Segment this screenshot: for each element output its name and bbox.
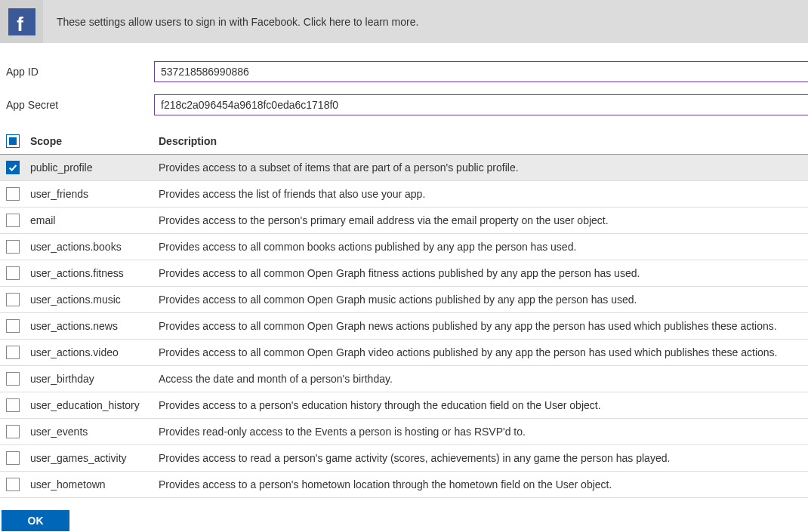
app-id-label: App ID <box>6 66 154 78</box>
facebook-icon: f <box>8 8 35 35</box>
scope-row[interactable]: user_actions.videoProvides access to all… <box>0 340 808 366</box>
banner-text[interactable]: These settings allow users to sign in wi… <box>43 16 418 28</box>
scope-row[interactable]: user_education_historyProvides access to… <box>0 392 808 419</box>
scope-description: Provides access to all common Open Graph… <box>159 267 808 279</box>
scope-description: Provides access to all common Open Graph… <box>159 320 808 332</box>
app-id-input[interactable] <box>154 61 808 82</box>
checkbox-cell <box>6 187 30 201</box>
scope-row[interactable]: user_games_activityProvides access to re… <box>0 445 808 472</box>
checkbox-cell <box>6 214 30 227</box>
scope-description: Provides access to all common Open Graph… <box>159 346 808 358</box>
scope-row[interactable]: user_eventsProvides read-only access to … <box>0 419 808 445</box>
scope-row[interactable]: user_actions.newsProvides access to all … <box>0 313 808 340</box>
checkbox-cell <box>6 319 30 333</box>
select-all-checkbox[interactable] <box>6 134 20 148</box>
app-secret-input[interactable] <box>154 94 808 115</box>
scope-name: user_events <box>30 426 159 438</box>
scope-row[interactable]: user_actions.fitnessProvides access to a… <box>0 260 808 287</box>
scope-name: user_hometown <box>30 478 159 490</box>
scope-name: user_actions.news <box>30 320 159 332</box>
checkbox-cell <box>6 161 30 174</box>
scope-name: user_actions.books <box>30 241 159 253</box>
scope-name: public_profile <box>30 161 159 174</box>
scope-description: Provides access to the person's primary … <box>159 214 808 226</box>
checkbox-cell <box>6 425 30 438</box>
table-header: Scope Description <box>0 128 808 155</box>
checkbox-cell <box>6 293 30 306</box>
scope-row[interactable]: public_profileProvides access to a subse… <box>0 155 808 181</box>
checkbox-cell <box>6 451 30 465</box>
scope-checkbox[interactable] <box>6 478 20 491</box>
scope-name: email <box>30 214 159 226</box>
scope-description: Provides access to a subset of items tha… <box>159 161 808 174</box>
scope-description: Access the date and month of a person's … <box>159 373 808 385</box>
ok-button[interactable]: OK <box>2 510 69 531</box>
scope-checkbox[interactable] <box>6 451 20 465</box>
scope-checkbox[interactable] <box>6 319 20 333</box>
checkbox-cell <box>6 240 30 254</box>
checkbox-cell <box>6 478 30 491</box>
scope-name: user_education_history <box>30 399 159 411</box>
button-bar: OK <box>0 498 808 531</box>
info-banner: f These settings allow users to sign in … <box>0 0 808 43</box>
scope-description: Provides access to all common Open Graph… <box>159 294 808 306</box>
scope-description: Provides access to a person's hometown l… <box>159 478 808 490</box>
scope-row[interactable]: user_hometownProvides access to a person… <box>0 472 808 498</box>
scope-checkbox[interactable] <box>6 266 20 280</box>
scope-row[interactable]: user_friendsProvides access the list of … <box>0 181 808 208</box>
scope-checkbox[interactable] <box>6 293 20 306</box>
scope-checkbox[interactable] <box>6 161 20 174</box>
app-secret-row: App Secret <box>6 94 808 115</box>
scope-table: Scope Description public_profileProvides… <box>0 128 808 498</box>
scope-name: user_friends <box>30 188 159 200</box>
scope-row[interactable]: user_actions.booksProvides access to all… <box>0 234 808 260</box>
scope-checkbox[interactable] <box>6 240 20 254</box>
app-secret-label: App Secret <box>6 99 154 111</box>
scope-description: Provides access to a person's education … <box>159 399 808 411</box>
facebook-icon-wrap: f <box>0 0 43 43</box>
scope-name: user_actions.video <box>30 346 159 358</box>
select-all-cell <box>6 134 30 148</box>
scope-checkbox[interactable] <box>6 372 20 386</box>
checkbox-cell <box>6 372 30 386</box>
description-column-header[interactable]: Description <box>159 135 808 147</box>
checkbox-cell <box>6 398 30 412</box>
scope-row[interactable]: emailProvides access to the person's pri… <box>0 208 808 234</box>
scope-column-header[interactable]: Scope <box>30 135 159 147</box>
scope-name: user_actions.music <box>30 294 159 306</box>
scope-checkbox[interactable] <box>6 425 20 438</box>
scope-description: Provides access to read a person's game … <box>159 452 808 464</box>
scope-description: Provides read-only access to the Events … <box>159 426 808 438</box>
checkbox-cell <box>6 266 30 280</box>
scope-checkbox[interactable] <box>6 346 20 359</box>
app-id-row: App ID <box>6 61 808 82</box>
form-area: App ID App Secret <box>0 43 808 115</box>
scope-name: user_birthday <box>30 373 159 385</box>
scope-row[interactable]: user_birthdayAccess the date and month o… <box>0 366 808 392</box>
scope-name: user_actions.fitness <box>30 267 159 279</box>
scope-description: Provides access the list of friends that… <box>159 188 808 200</box>
scope-row[interactable]: user_actions.musicProvides access to all… <box>0 287 808 313</box>
scope-checkbox[interactable] <box>6 187 20 201</box>
scope-checkbox[interactable] <box>6 398 20 412</box>
scope-name: user_games_activity <box>30 452 159 464</box>
scope-description: Provides access to all common books acti… <box>159 241 808 253</box>
scope-checkbox[interactable] <box>6 214 20 227</box>
checkbox-cell <box>6 346 30 359</box>
